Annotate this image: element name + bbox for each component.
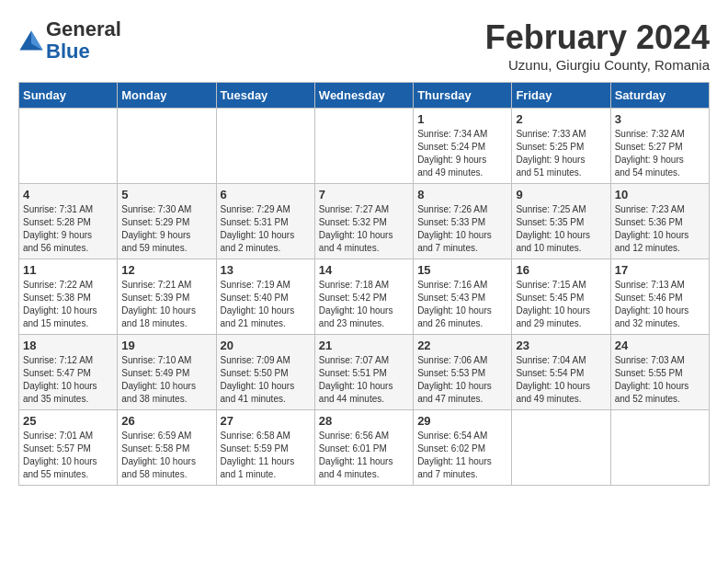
calendar-cell: 2Sunrise: 7:33 AM Sunset: 5:25 PM Daylig… [512,109,610,184]
day-number: 28 [319,414,409,428]
calendar-cell: 12Sunrise: 7:21 AM Sunset: 5:39 PM Dayli… [118,259,216,335]
calendar-body: 1Sunrise: 7:34 AM Sunset: 5:24 PM Daylig… [19,109,710,486]
day-header-tuesday: Tuesday [216,83,314,109]
day-number: 6 [221,188,311,201]
calendar-cell: 8Sunrise: 7:26 AM Sunset: 5:33 PM Daylig… [414,184,512,259]
calendar-cell [610,410,709,486]
day-number: 11 [23,263,113,277]
calendar-cell [512,410,610,486]
logo: General Blue [18,18,121,63]
day-number: 2 [516,112,606,126]
day-number: 24 [615,339,705,352]
day-number: 23 [516,339,606,352]
calendar-cell: 17Sunrise: 7:13 AM Sunset: 5:46 PM Dayli… [610,259,709,335]
day-info: Sunrise: 6:58 AM Sunset: 5:59 PM Dayligh… [221,430,311,481]
calendar-cell: 9Sunrise: 7:25 AM Sunset: 5:35 PM Daylig… [512,184,610,259]
day-number: 22 [417,339,507,352]
day-header-thursday: Thursday [414,83,512,109]
day-info: Sunrise: 7:16 AM Sunset: 5:43 PM Dayligh… [417,279,507,330]
day-number: 7 [319,188,409,201]
calendar-cell: 29Sunrise: 6:54 AM Sunset: 6:02 PM Dayli… [414,410,512,486]
calendar-cell: 22Sunrise: 7:06 AM Sunset: 5:53 PM Dayli… [414,335,512,410]
calendar-cell: 14Sunrise: 7:18 AM Sunset: 5:42 PM Dayli… [314,259,413,335]
day-number: 15 [417,263,507,277]
day-number: 10 [615,188,705,201]
day-info: Sunrise: 7:13 AM Sunset: 5:46 PM Dayligh… [615,279,705,330]
calendar-cell: 24Sunrise: 7:03 AM Sunset: 5:55 PM Dayli… [610,335,709,410]
day-info: Sunrise: 7:15 AM Sunset: 5:45 PM Dayligh… [516,279,606,330]
calendar-cell: 19Sunrise: 7:10 AM Sunset: 5:49 PM Dayli… [118,335,216,410]
day-info: Sunrise: 7:03 AM Sunset: 5:55 PM Dayligh… [615,354,705,406]
day-header-friday: Friday [512,83,610,109]
calendar-cell: 20Sunrise: 7:09 AM Sunset: 5:50 PM Dayli… [216,335,314,410]
location: Uzunu, Giurgiu County, Romania [485,57,710,73]
logo-text: General Blue [46,18,121,63]
month-year: February 2024 [485,18,710,57]
calendar-cell [118,109,216,184]
day-info: Sunrise: 6:54 AM Sunset: 6:02 PM Dayligh… [417,430,507,481]
day-header-saturday: Saturday [610,83,709,109]
day-number: 16 [516,263,606,277]
calendar-cell: 27Sunrise: 6:58 AM Sunset: 5:59 PM Dayli… [216,410,314,486]
day-number: 3 [615,112,705,126]
day-number: 4 [23,188,113,201]
day-info: Sunrise: 7:07 AM Sunset: 5:51 PM Dayligh… [319,354,409,406]
calendar-cell: 15Sunrise: 7:16 AM Sunset: 5:43 PM Dayli… [414,259,512,335]
day-info: Sunrise: 7:22 AM Sunset: 5:38 PM Dayligh… [23,279,113,330]
calendar-cell: 3Sunrise: 7:32 AM Sunset: 5:27 PM Daylig… [610,109,709,184]
calendar-cell: 4Sunrise: 7:31 AM Sunset: 5:28 PM Daylig… [19,184,118,259]
page-header: General Blue February 2024 Uzunu, Giurgi… [18,18,710,73]
day-number: 29 [417,414,507,428]
day-number: 25 [23,414,113,428]
days-header-row: SundayMondayTuesdayWednesdayThursdayFrid… [19,83,710,109]
day-info: Sunrise: 7:33 AM Sunset: 5:25 PM Dayligh… [516,128,606,179]
calendar-cell: 10Sunrise: 7:23 AM Sunset: 5:36 PM Dayli… [610,184,709,259]
calendar-cell [216,109,314,184]
title-section: February 2024 Uzunu, Giurgiu County, Rom… [485,18,710,73]
calendar-cell: 1Sunrise: 7:34 AM Sunset: 5:24 PM Daylig… [414,109,512,184]
calendar-cell: 5Sunrise: 7:30 AM Sunset: 5:29 PM Daylig… [118,184,216,259]
day-number: 13 [221,263,311,277]
calendar-cell: 11Sunrise: 7:22 AM Sunset: 5:38 PM Dayli… [19,259,118,335]
day-info: Sunrise: 7:31 AM Sunset: 5:28 PM Dayligh… [23,203,113,255]
week-row-5: 25Sunrise: 7:01 AM Sunset: 5:57 PM Dayli… [19,410,710,486]
day-number: 1 [417,112,507,126]
calendar-cell: 25Sunrise: 7:01 AM Sunset: 5:57 PM Dayli… [19,410,118,486]
day-info: Sunrise: 7:26 AM Sunset: 5:33 PM Dayligh… [417,203,507,255]
day-info: Sunrise: 7:19 AM Sunset: 5:40 PM Dayligh… [221,279,311,330]
day-number: 12 [121,263,211,277]
day-info: Sunrise: 7:27 AM Sunset: 5:32 PM Dayligh… [319,203,409,255]
day-info: Sunrise: 7:25 AM Sunset: 5:35 PM Dayligh… [516,203,606,255]
day-info: Sunrise: 7:09 AM Sunset: 5:50 PM Dayligh… [221,354,311,406]
day-info: Sunrise: 6:56 AM Sunset: 6:01 PM Dayligh… [319,430,409,481]
week-row-1: 1Sunrise: 7:34 AM Sunset: 5:24 PM Daylig… [19,109,710,184]
day-info: Sunrise: 7:10 AM Sunset: 5:49 PM Dayligh… [121,354,211,406]
calendar-cell: 23Sunrise: 7:04 AM Sunset: 5:54 PM Dayli… [512,335,610,410]
day-number: 9 [516,188,606,201]
logo-icon [18,28,44,53]
calendar-cell: 21Sunrise: 7:07 AM Sunset: 5:51 PM Dayli… [314,335,413,410]
day-number: 18 [23,339,113,352]
day-info: Sunrise: 6:59 AM Sunset: 5:58 PM Dayligh… [121,430,211,481]
day-number: 20 [221,339,311,352]
day-number: 5 [121,188,211,201]
day-number: 26 [121,414,211,428]
calendar-cell: 7Sunrise: 7:27 AM Sunset: 5:32 PM Daylig… [314,184,413,259]
day-info: Sunrise: 7:23 AM Sunset: 5:36 PM Dayligh… [615,203,705,255]
calendar-cell [314,109,413,184]
calendar-cell: 26Sunrise: 6:59 AM Sunset: 5:58 PM Dayli… [118,410,216,486]
day-number: 19 [121,339,211,352]
calendar-cell: 28Sunrise: 6:56 AM Sunset: 6:01 PM Dayli… [314,410,413,486]
day-info: Sunrise: 7:29 AM Sunset: 5:31 PM Dayligh… [221,203,311,255]
calendar-cell [19,109,118,184]
week-row-4: 18Sunrise: 7:12 AM Sunset: 5:47 PM Dayli… [19,335,710,410]
calendar-cell: 18Sunrise: 7:12 AM Sunset: 5:47 PM Dayli… [19,335,118,410]
day-info: Sunrise: 7:04 AM Sunset: 5:54 PM Dayligh… [516,354,606,406]
day-number: 14 [319,263,409,277]
day-number: 21 [319,339,409,352]
day-info: Sunrise: 7:01 AM Sunset: 5:57 PM Dayligh… [23,430,113,481]
day-info: Sunrise: 7:21 AM Sunset: 5:39 PM Dayligh… [121,279,211,330]
week-row-2: 4Sunrise: 7:31 AM Sunset: 5:28 PM Daylig… [19,184,710,259]
day-header-wednesday: Wednesday [314,83,413,109]
day-info: Sunrise: 7:12 AM Sunset: 5:47 PM Dayligh… [23,354,113,406]
